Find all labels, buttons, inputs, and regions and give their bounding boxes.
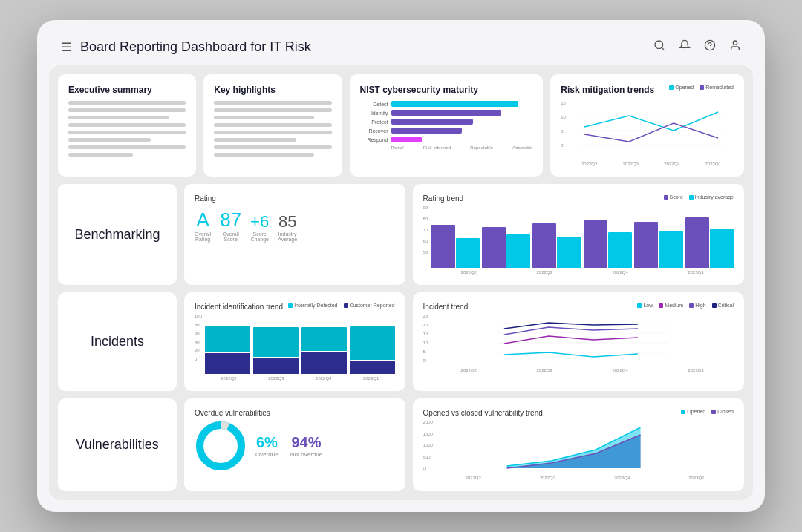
- help-icon[interactable]: [704, 39, 716, 55]
- incident-id-title: Incident identification trend: [195, 303, 283, 311]
- bar-cyan: [557, 237, 581, 268]
- vuln-trend-title: Opened vs closed vulnerability trend: [423, 409, 543, 417]
- risk-chart-container: 15 10 5 0: [561, 101, 734, 166]
- x-axis: 2022Q2 2022Q3 2022Q4 2023Q1: [431, 270, 734, 275]
- x-label: 2023Q1: [692, 162, 734, 166]
- area-chart-area: 2022Q2 2022Q3 2022Q4 2023Q1: [436, 420, 734, 481]
- incident-trend-header: Incident trend Low Medium High Critical: [423, 303, 734, 314]
- text-line: [214, 123, 331, 127]
- text-line: [68, 145, 186, 149]
- risk-mitigation-title: Risk mitigation trends: [561, 85, 654, 95]
- stacked-group: [253, 327, 299, 374]
- bar-chart-area: 2022Q2 2022Q3 2022Q4 2023Q1: [431, 206, 734, 275]
- nist-axis-label: Partial: [391, 145, 404, 150]
- not-overdue-label: Not overdue: [290, 451, 323, 458]
- bar-group: [634, 222, 682, 268]
- key-highlights-title: Key highlights: [214, 85, 331, 95]
- overdue-title: Overdue vulnerabilities: [195, 409, 395, 417]
- stacked-seg-teal: [253, 327, 299, 357]
- text-line: [214, 153, 314, 157]
- nist-bar: [391, 119, 474, 125]
- nist-label: Identify: [360, 111, 388, 116]
- svg-line-1: [662, 47, 664, 50]
- metric-label: OverallRating: [195, 231, 211, 242]
- incident-id-legend: Internally Detected Customer Reported: [288, 303, 394, 308]
- menu-icon[interactable]: ☰: [61, 40, 71, 54]
- risk-line-chart: [569, 101, 734, 157]
- x-label: 2022Q4: [582, 368, 658, 372]
- metric-label: OverallScore: [223, 231, 239, 242]
- legend-medium: Medium: [659, 303, 683, 308]
- bell-icon[interactable]: [679, 39, 691, 55]
- x-label: 2022Q4: [300, 376, 348, 381]
- x-label: 2022Q3: [510, 476, 584, 480]
- bar-cyan: [506, 234, 530, 268]
- stacked-seg-dark: [301, 352, 347, 374]
- risk-mitigation-card: Risk mitigation trends Opened Remediated…: [550, 74, 744, 177]
- x-label: 2022Q3: [252, 376, 300, 381]
- y-axis: 90 80 70 60 50: [423, 206, 428, 266]
- nist-bar-wrap: [391, 101, 533, 107]
- bar-purple: [584, 220, 607, 268]
- stacked-group: [350, 326, 395, 374]
- nist-bar-wrap: [391, 119, 533, 125]
- nist-axis-label: Repeatable: [470, 145, 493, 150]
- bar-chart: [431, 208, 734, 268]
- nist-row-recover: Recover: [360, 128, 533, 134]
- row-incidents: Incidents Incident identification trend …: [58, 292, 744, 391]
- row-summary: Executive summary Key highlights: [58, 74, 744, 177]
- x-label: 2022Q3: [610, 162, 651, 166]
- overdue-stat: 6% Overdue: [255, 434, 278, 458]
- row-benchmarking: Benchmarking Rating A OverallRating 87 O…: [58, 184, 744, 285]
- donut-section: 6% Overdue 94% Not overdue: [195, 420, 395, 472]
- incident-trend-card: Incident trend Low Medium High Critical …: [413, 292, 744, 391]
- user-icon[interactable]: [729, 39, 741, 55]
- x-label: 2023Q1: [658, 368, 734, 372]
- incidents-label: Incidents: [91, 334, 144, 349]
- nist-label: Respond: [360, 137, 388, 142]
- nist-bar: [391, 101, 519, 107]
- metric-industry-avg: 85 IndustryAverage: [278, 212, 297, 242]
- x-label: 2022Q2: [431, 368, 506, 372]
- bar-cyan: [710, 229, 734, 268]
- x-axis: 2022Q2 2022Q3 2022Q4 2023Q1: [569, 162, 734, 166]
- x-label: 2022Q2: [569, 162, 610, 166]
- x-axis: 2022Q2 2022Q3 2022Q4 2023Q1: [436, 476, 734, 480]
- header-actions: [653, 39, 741, 55]
- line-chart-area: 2022Q2 2022Q3 2022Q4 2023Q1: [431, 314, 734, 373]
- executive-summary-content: [68, 101, 186, 157]
- risk-chart-area: 2022Q2 2022Q3 2022Q4 2023Q1: [569, 101, 734, 166]
- legend-high: High: [689, 303, 705, 308]
- nist-chart: Detect Identify Protect: [360, 101, 533, 142]
- svg-point-4: [733, 41, 737, 45]
- incident-id-chart: 100 80 60 40 20 0: [195, 314, 395, 381]
- x-label: 2023Q1: [348, 376, 395, 381]
- donut-stats: 6% Overdue 94% Not overdue: [255, 434, 322, 458]
- not-overdue-percent: 94%: [290, 434, 323, 451]
- risk-legend: Opened Remediated: [669, 85, 734, 90]
- text-line: [68, 101, 186, 105]
- text-line: [68, 131, 186, 134]
- nist-bar: [391, 137, 423, 142]
- search-icon[interactable]: [653, 39, 665, 55]
- text-line: [214, 116, 314, 119]
- metric-overall-rating: A OverallRating: [195, 208, 211, 242]
- stacked-seg-teal: [205, 326, 250, 352]
- x-label: 2023Q1: [658, 270, 734, 275]
- bar-group: [431, 225, 479, 268]
- x-label: 2023Q1: [659, 476, 734, 480]
- y-axis: 15 10 5 0: [561, 101, 566, 157]
- trend-legend: Score Industry average: [664, 194, 734, 200]
- nist-label: Detect: [360, 102, 388, 107]
- metric-value: +6: [250, 212, 269, 231]
- device-frame: ☰ Board Reporting Dashboard for IT Risk …: [37, 20, 765, 512]
- overdue-percent: 6%: [255, 434, 278, 451]
- svg-point-13: [200, 425, 241, 467]
- stacked-group: [205, 326, 250, 374]
- legend-industry: Industry average: [689, 194, 734, 200]
- overdue-vulnerabilities-card: Overdue vulnerabilities 6%: [184, 398, 405, 491]
- vulnerabilities-label-card: Vulnerabilities: [58, 398, 177, 491]
- bar-cyan: [608, 232, 632, 268]
- text-line: [214, 145, 331, 149]
- not-overdue-stat: 94% Not overdue: [290, 434, 323, 458]
